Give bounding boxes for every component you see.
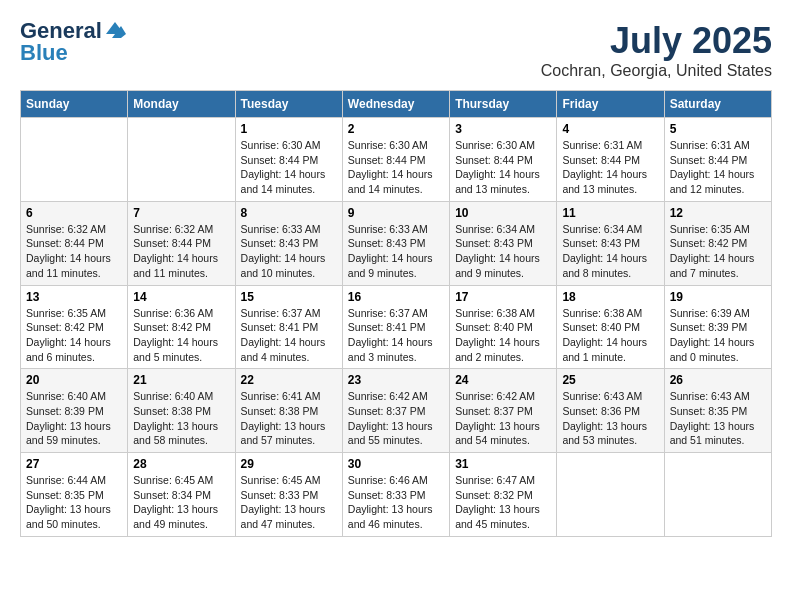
calendar-cell: 23Sunrise: 6:42 AM Sunset: 8:37 PM Dayli… [342,369,449,453]
day-info: Sunrise: 6:30 AM Sunset: 8:44 PM Dayligh… [241,138,337,197]
calendar-cell: 25Sunrise: 6:43 AM Sunset: 8:36 PM Dayli… [557,369,664,453]
day-info: Sunrise: 6:46 AM Sunset: 8:33 PM Dayligh… [348,473,444,532]
day-number: 11 [562,206,658,220]
day-number: 18 [562,290,658,304]
day-number: 7 [133,206,229,220]
day-number: 4 [562,122,658,136]
day-number: 19 [670,290,766,304]
calendar-cell: 29Sunrise: 6:45 AM Sunset: 8:33 PM Dayli… [235,453,342,537]
day-info: Sunrise: 6:32 AM Sunset: 8:44 PM Dayligh… [26,222,122,281]
logo-blue: Blue [20,42,68,64]
calendar-cell [128,118,235,202]
day-info: Sunrise: 6:35 AM Sunset: 8:42 PM Dayligh… [26,306,122,365]
day-info: Sunrise: 6:33 AM Sunset: 8:43 PM Dayligh… [348,222,444,281]
weekday-header: Wednesday [342,91,449,118]
weekday-header: Tuesday [235,91,342,118]
day-number: 14 [133,290,229,304]
weekday-header: Monday [128,91,235,118]
calendar-cell: 16Sunrise: 6:37 AM Sunset: 8:41 PM Dayli… [342,285,449,369]
day-number: 8 [241,206,337,220]
day-info: Sunrise: 6:31 AM Sunset: 8:44 PM Dayligh… [670,138,766,197]
day-number: 29 [241,457,337,471]
day-number: 23 [348,373,444,387]
calendar-cell: 17Sunrise: 6:38 AM Sunset: 8:40 PM Dayli… [450,285,557,369]
calendar-cell: 27Sunrise: 6:44 AM Sunset: 8:35 PM Dayli… [21,453,128,537]
calendar-cell: 5Sunrise: 6:31 AM Sunset: 8:44 PM Daylig… [664,118,771,202]
calendar-cell: 7Sunrise: 6:32 AM Sunset: 8:44 PM Daylig… [128,201,235,285]
day-info: Sunrise: 6:43 AM Sunset: 8:35 PM Dayligh… [670,389,766,448]
day-info: Sunrise: 6:38 AM Sunset: 8:40 PM Dayligh… [455,306,551,365]
weekday-header: Friday [557,91,664,118]
day-info: Sunrise: 6:35 AM Sunset: 8:42 PM Dayligh… [670,222,766,281]
day-number: 6 [26,206,122,220]
calendar-cell: 1Sunrise: 6:30 AM Sunset: 8:44 PM Daylig… [235,118,342,202]
weekday-header: Saturday [664,91,771,118]
calendar-cell: 2Sunrise: 6:30 AM Sunset: 8:44 PM Daylig… [342,118,449,202]
day-number: 17 [455,290,551,304]
page-title: July 2025 [541,20,772,62]
logo: General Blue [20,20,126,64]
day-info: Sunrise: 6:40 AM Sunset: 8:38 PM Dayligh… [133,389,229,448]
logo-icon [104,20,126,38]
weekday-header: Thursday [450,91,557,118]
calendar-cell [21,118,128,202]
calendar-week-row: 20Sunrise: 6:40 AM Sunset: 8:39 PM Dayli… [21,369,772,453]
calendar-week-row: 27Sunrise: 6:44 AM Sunset: 8:35 PM Dayli… [21,453,772,537]
day-info: Sunrise: 6:37 AM Sunset: 8:41 PM Dayligh… [241,306,337,365]
calendar-table: SundayMondayTuesdayWednesdayThursdayFrid… [20,90,772,537]
day-number: 13 [26,290,122,304]
day-number: 12 [670,206,766,220]
day-number: 5 [670,122,766,136]
day-number: 28 [133,457,229,471]
day-number: 21 [133,373,229,387]
calendar-cell: 19Sunrise: 6:39 AM Sunset: 8:39 PM Dayli… [664,285,771,369]
weekday-header: Sunday [21,91,128,118]
calendar-cell: 8Sunrise: 6:33 AM Sunset: 8:43 PM Daylig… [235,201,342,285]
day-info: Sunrise: 6:34 AM Sunset: 8:43 PM Dayligh… [562,222,658,281]
calendar-cell: 11Sunrise: 6:34 AM Sunset: 8:43 PM Dayli… [557,201,664,285]
calendar-cell [664,453,771,537]
calendar-cell: 26Sunrise: 6:43 AM Sunset: 8:35 PM Dayli… [664,369,771,453]
day-number: 9 [348,206,444,220]
day-number: 25 [562,373,658,387]
day-info: Sunrise: 6:38 AM Sunset: 8:40 PM Dayligh… [562,306,658,365]
day-number: 16 [348,290,444,304]
calendar-week-row: 13Sunrise: 6:35 AM Sunset: 8:42 PM Dayli… [21,285,772,369]
day-info: Sunrise: 6:41 AM Sunset: 8:38 PM Dayligh… [241,389,337,448]
day-number: 2 [348,122,444,136]
day-info: Sunrise: 6:32 AM Sunset: 8:44 PM Dayligh… [133,222,229,281]
day-info: Sunrise: 6:45 AM Sunset: 8:33 PM Dayligh… [241,473,337,532]
day-info: Sunrise: 6:44 AM Sunset: 8:35 PM Dayligh… [26,473,122,532]
day-info: Sunrise: 6:43 AM Sunset: 8:36 PM Dayligh… [562,389,658,448]
calendar-cell: 31Sunrise: 6:47 AM Sunset: 8:32 PM Dayli… [450,453,557,537]
day-number: 26 [670,373,766,387]
calendar-cell: 12Sunrise: 6:35 AM Sunset: 8:42 PM Dayli… [664,201,771,285]
calendar-cell: 13Sunrise: 6:35 AM Sunset: 8:42 PM Dayli… [21,285,128,369]
day-info: Sunrise: 6:37 AM Sunset: 8:41 PM Dayligh… [348,306,444,365]
day-number: 20 [26,373,122,387]
day-number: 10 [455,206,551,220]
calendar-cell: 6Sunrise: 6:32 AM Sunset: 8:44 PM Daylig… [21,201,128,285]
calendar-week-row: 6Sunrise: 6:32 AM Sunset: 8:44 PM Daylig… [21,201,772,285]
day-number: 27 [26,457,122,471]
logo-general: General [20,20,102,42]
day-info: Sunrise: 6:33 AM Sunset: 8:43 PM Dayligh… [241,222,337,281]
day-info: Sunrise: 6:31 AM Sunset: 8:44 PM Dayligh… [562,138,658,197]
calendar-cell: 15Sunrise: 6:37 AM Sunset: 8:41 PM Dayli… [235,285,342,369]
calendar-cell: 30Sunrise: 6:46 AM Sunset: 8:33 PM Dayli… [342,453,449,537]
calendar-cell: 24Sunrise: 6:42 AM Sunset: 8:37 PM Dayli… [450,369,557,453]
day-info: Sunrise: 6:47 AM Sunset: 8:32 PM Dayligh… [455,473,551,532]
calendar-cell: 18Sunrise: 6:38 AM Sunset: 8:40 PM Dayli… [557,285,664,369]
day-info: Sunrise: 6:30 AM Sunset: 8:44 PM Dayligh… [348,138,444,197]
calendar-cell: 3Sunrise: 6:30 AM Sunset: 8:44 PM Daylig… [450,118,557,202]
day-number: 30 [348,457,444,471]
calendar-cell [557,453,664,537]
calendar-header-row: SundayMondayTuesdayWednesdayThursdayFrid… [21,91,772,118]
day-number: 24 [455,373,551,387]
day-info: Sunrise: 6:40 AM Sunset: 8:39 PM Dayligh… [26,389,122,448]
day-info: Sunrise: 6:34 AM Sunset: 8:43 PM Dayligh… [455,222,551,281]
page-header: General Blue July 2025 Cochran, Georgia,… [20,20,772,80]
calendar-cell: 22Sunrise: 6:41 AM Sunset: 8:38 PM Dayli… [235,369,342,453]
day-number: 22 [241,373,337,387]
title-block: July 2025 Cochran, Georgia, United State… [541,20,772,80]
